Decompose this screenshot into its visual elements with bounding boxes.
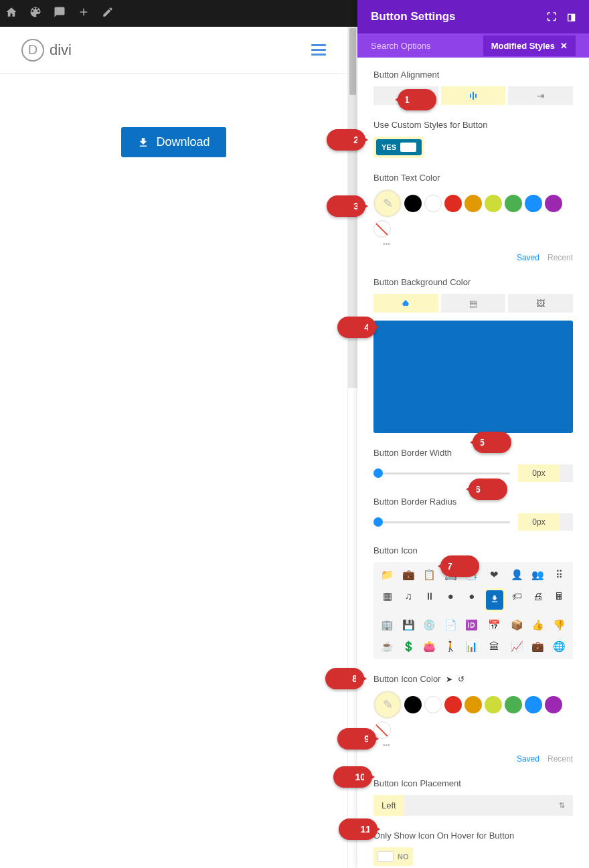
icon-opt[interactable]: 💼	[402, 569, 416, 581]
icon-opt[interactable]: 💿	[422, 619, 437, 631]
swatch-white[interactable]	[424, 195, 442, 212]
callout-8: 8	[325, 668, 364, 689]
border-width-slider[interactable]	[373, 472, 510, 474]
swatch-blue[interactable]	[525, 696, 542, 713]
bg-color-preview[interactable]	[373, 321, 573, 433]
download-icon	[137, 137, 149, 149]
swatch-orange[interactable]	[465, 696, 482, 713]
tab-search-options[interactable]: Search Options	[371, 41, 431, 51]
swatch-blue[interactable]	[525, 195, 542, 212]
icon-opt[interactable]: 🖩	[552, 590, 567, 610]
cursor-icon[interactable]: ➤	[446, 675, 452, 684]
swatch-red[interactable]	[444, 195, 462, 212]
section-icon-placement: Button Icon Placement Left ⇅	[373, 778, 573, 816]
callout-4: 4	[337, 317, 376, 338]
icon-opt[interactable]: 👤	[510, 569, 525, 581]
logo-circle-icon: D	[21, 39, 44, 62]
icon-opt[interactable]: 📈	[510, 640, 525, 653]
icon-opt[interactable]: 💲	[402, 640, 416, 653]
home-icon[interactable]	[5, 6, 17, 21]
palette-icon[interactable]	[29, 6, 41, 21]
border-radius-input[interactable]	[518, 513, 560, 531]
swatch-orange[interactable]	[465, 195, 482, 212]
swatch-red[interactable]	[444, 696, 462, 713]
saved-link[interactable]: Saved	[517, 253, 539, 262]
expand-icon[interactable]: ⛶	[547, 11, 556, 22]
icon-opt[interactable]: 🏢	[380, 619, 395, 631]
icon-opt[interactable]: ●	[444, 590, 458, 610]
icon-opt[interactable]: ☕	[380, 640, 395, 653]
icon-opt[interactable]: 🖨	[531, 590, 545, 610]
callout-1: 1	[398, 89, 436, 110]
section-border-radius: Button Border Radius	[373, 497, 573, 531]
svg-rect-0	[473, 92, 474, 100]
swatch-purple[interactable]	[545, 195, 562, 212]
icon-opt[interactable]: 📅	[486, 619, 503, 631]
swatch-green[interactable]	[505, 195, 522, 212]
bg-tab-image[interactable]: 🖼	[508, 294, 573, 313]
callout-11: 11	[339, 818, 377, 840]
tab-modified-styles[interactable]: Modified Styles✕	[483, 35, 576, 56]
plus-icon[interactable]	[78, 6, 90, 21]
icon-download-selected[interactable]	[486, 590, 503, 610]
comment-icon[interactable]	[54, 6, 66, 21]
panel-body: Button Alignment ⇥ Use Custom Styles for…	[357, 58, 589, 868]
icon-opt[interactable]: 📄	[444, 619, 458, 631]
icon-opt[interactable]: 📁	[380, 569, 395, 581]
panel-tabs: Search Options Modified Styles✕	[357, 33, 589, 58]
icon-opt[interactable]: 🏛	[486, 640, 503, 653]
swatch-black[interactable]	[404, 696, 422, 713]
bg-tab-color[interactable]	[373, 294, 438, 313]
reset-icon[interactable]: ↺	[458, 675, 465, 684]
color-picker-button[interactable]: ✎	[373, 189, 402, 218]
border-width-input[interactable]	[518, 464, 560, 482]
callout-2: 2	[327, 129, 365, 151]
bg-tab-gradient[interactable]: ▤	[441, 294, 506, 313]
icon-opt[interactable]: 📊	[465, 640, 479, 653]
swatch-black[interactable]	[404, 195, 422, 212]
icon-opt[interactable]: 🌐	[552, 640, 567, 653]
icon-opt[interactable]: ⠿	[552, 569, 567, 581]
icon-opt[interactable]: ●	[465, 590, 479, 610]
saved-link[interactable]: Saved	[517, 754, 539, 764]
icon-opt[interactable]: 🏷	[510, 590, 525, 610]
icon-opt[interactable]: ⏸	[422, 590, 437, 610]
callout-5: 5	[473, 432, 511, 453]
section-only-hover: Only Show Icon On Hover for Button NO	[373, 831, 573, 866]
swatch-purple[interactable]	[545, 696, 562, 713]
toggle-only-hover[interactable]: NO	[373, 847, 413, 866]
icon-opt[interactable]: 🆔	[465, 619, 479, 631]
icon-opt[interactable]: 👛	[422, 640, 437, 653]
icon-opt[interactable]: ▦	[380, 590, 395, 610]
icon-opt[interactable]: 🚶	[444, 640, 458, 653]
recent-link[interactable]: Recent	[548, 754, 573, 764]
download-button[interactable]: Download	[121, 127, 226, 157]
recent-link[interactable]: Recent	[548, 253, 573, 262]
icon-placement-select[interactable]: Left ⇅	[373, 795, 573, 816]
swatch-white[interactable]	[424, 696, 442, 713]
icon-opt[interactable]: 📦	[510, 619, 525, 631]
label-alignment: Button Alignment	[373, 70, 573, 80]
swatch-lime[interactable]	[485, 195, 502, 212]
icon-opt[interactable]: 💾	[402, 619, 416, 631]
hamburger-menu-icon[interactable]	[311, 44, 326, 56]
icon-opt[interactable]: ❤	[486, 569, 503, 581]
toggle-custom-styles[interactable]: YES	[373, 137, 424, 158]
align-right-button[interactable]: ⇥	[508, 86, 573, 105]
align-center-button[interactable]	[441, 86, 506, 105]
icon-opt[interactable]: 👎	[552, 619, 567, 631]
icon-opt[interactable]: 👥	[531, 569, 545, 581]
swatch-none[interactable]	[373, 220, 391, 238]
swatch-lime[interactable]	[485, 696, 502, 713]
panel-header: Button Settings ⛶ ◨	[357, 0, 589, 33]
site-logo[interactable]: D divi	[21, 39, 72, 62]
icon-opt[interactable]: 👍	[531, 619, 545, 631]
icon-opt[interactable]: ♫	[402, 590, 416, 610]
pencil-icon[interactable]	[102, 6, 114, 21]
swatch-green[interactable]	[505, 696, 522, 713]
icon-opt[interactable]: 💼	[531, 640, 545, 653]
color-picker-button[interactable]: ✎	[373, 691, 402, 719]
dock-icon[interactable]: ◨	[567, 11, 576, 22]
border-radius-slider[interactable]	[373, 521, 510, 523]
close-icon[interactable]: ✕	[560, 41, 568, 51]
